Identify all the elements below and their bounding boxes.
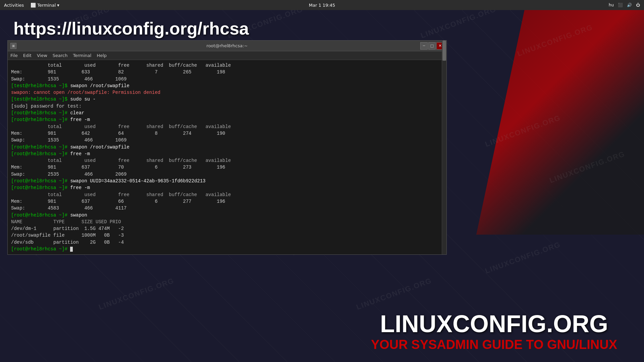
bottom-tagline: YOUR SYSADMIN GUIDE TO GNU/LINUX	[371, 338, 617, 352]
terminal-menu[interactable]: ⬜ Terminal ▾	[31, 3, 59, 8]
terminal-line-18: [root@rhel8rhcsa ~]# free -m	[11, 184, 443, 191]
keyboard-layout[interactable]: hu	[609, 3, 614, 7]
terminal-title: root@rhel8rhcsa:~	[207, 43, 248, 48]
terminal-line-25: /root/swapfile file 1000M 0B -3	[11, 232, 443, 239]
terminal-line-0: total used free shared buff/cache availa…	[11, 62, 443, 69]
terminal-line-2: Swap: 1535 466 1069	[11, 76, 443, 82]
terminal-line-20: Mem: 981 637 66 6 277 196	[11, 198, 443, 205]
terminal-line-10: Mem: 981 642 64 8 274 190	[11, 130, 443, 137]
bottom-branding: LINUXCONFIG.ORG YOUR SYSADMIN GUIDE TO G…	[371, 310, 617, 352]
power-icon: ⏻	[636, 3, 640, 7]
terminal-line-7: [root@rhel8rhcsa ~]# clear	[11, 110, 443, 116]
terminal-line-14: total used free shared buff/cache availa…	[11, 157, 443, 164]
menu-item-file[interactable]: File	[10, 53, 18, 58]
activities-button[interactable]: Activities	[4, 3, 24, 8]
terminal-line-9: total used free shared buff/cache availa…	[11, 123, 443, 130]
terminal-line-3: [test@rhel8rhcsa ~]$ swapon /root/swapfi…	[11, 82, 443, 89]
terminal-line-27: [root@rhel8rhcsa ~]#	[11, 246, 443, 252]
top-bar: Activities ⬜ Terminal ▾ Mar 1 19:45 hu ⬛…	[0, 0, 644, 10]
minimize-button[interactable]: ─	[420, 42, 428, 50]
window-controls: ─ □ ✕	[420, 42, 444, 50]
terminal-line-1: Mem: 981 633 82 7 265 198	[11, 69, 443, 75]
menu-item-search[interactable]: Search	[53, 53, 68, 58]
menu-item-help[interactable]: Help	[97, 53, 107, 58]
menu-item-edit[interactable]: Edit	[23, 53, 32, 58]
terminal-line-19: total used free shared buff/cache availa…	[11, 191, 443, 198]
terminal-line-16: Swap: 2535 466 2069	[11, 171, 443, 178]
terminal-menubar: FileEditViewSearchTerminalHelp	[8, 51, 446, 60]
background-decoration	[476, 0, 644, 235]
terminal-line-17: [root@rhel8rhcsa ~]# swapon UUID=34aa233…	[11, 178, 443, 184]
scrollbar[interactable]	[442, 41, 446, 254]
terminal-titlebar: ▣ root@rhel8rhcsa:~ ─ □ ✕	[8, 41, 446, 51]
clock: Mar 1 19:45	[309, 3, 335, 8]
terminal-content[interactable]: total used free shared buff/cache availa…	[8, 60, 446, 254]
terminal-line-4: swapon: cannot open /root/swapfile: Perm…	[11, 89, 443, 96]
site-url: https://linuxconfig.org/rhcsa	[13, 18, 249, 39]
terminal-line-24: /dev/dm-1 partition 1.5G 474M -2	[11, 225, 443, 232]
top-bar-right: hu ⬛ 🔊 ⏻	[609, 3, 640, 7]
terminal-window-icon: ▣	[10, 43, 16, 49]
terminal-line-21: Swap: 4583 466 4117	[11, 205, 443, 212]
terminal-line-8: [root@rhel8rhcsa ~]# free -m	[11, 116, 443, 123]
volume-icon: 🔊	[627, 3, 632, 7]
watermark-11: LINUXCONFIG.ORG	[355, 276, 433, 312]
watermark-14: LINUXCONFIG.ORG	[484, 240, 562, 276]
menu-item-view[interactable]: View	[37, 53, 47, 58]
maximize-button[interactable]: □	[428, 42, 436, 50]
terminal-line-13: [root@rhel8rhcsa ~]# free -m	[11, 150, 443, 157]
terminal-window: ▣ root@rhel8rhcsa:~ ─ □ ✕ FileEditViewSe…	[7, 40, 447, 255]
watermark-10: LINUXCONFIG.ORG	[98, 276, 175, 312]
terminal-line-11: Swap: 1535 466 1069	[11, 137, 443, 143]
scrollbar-thumb[interactable]	[442, 41, 446, 61]
menu-item-terminal[interactable]: Terminal	[73, 53, 91, 58]
terminal-line-22: [root@rhel8rhcsa ~]# swapon	[11, 212, 443, 219]
terminal-line-23: NAME TYPE SIZE USED PRIO	[11, 219, 443, 225]
top-bar-left: Activities ⬜ Terminal ▾	[4, 3, 59, 8]
network-icon: ⬛	[618, 3, 623, 7]
terminal-line-6: [sudo] password for test:	[11, 103, 443, 110]
terminal-icon: ⬜	[31, 3, 36, 8]
terminal-line-26: /dev/sdb partition 2G 0B -4	[11, 239, 443, 246]
terminal-line-15: Mem: 981 637 70 6 273 196	[11, 164, 443, 171]
terminal-titlebar-left: ▣	[10, 43, 16, 49]
bottom-site-name: LINUXCONFIG.ORG	[371, 310, 617, 338]
terminal-line-5: [test@rhel8rhcsa ~]$ sudo su -	[11, 96, 443, 103]
terminal-line-12: [root@rhel8rhcsa ~]# swapon /root/swapfi…	[11, 144, 443, 150]
